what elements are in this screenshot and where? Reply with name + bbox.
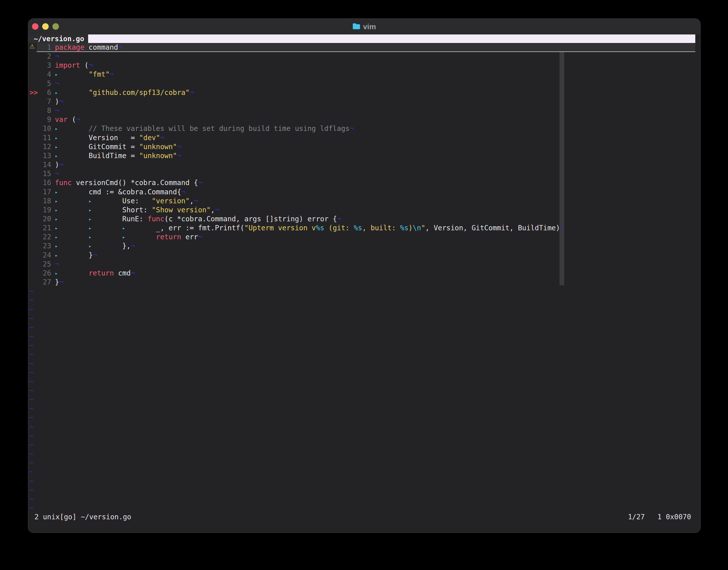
code-line[interactable]: 23▸▸},¬	[28, 242, 695, 251]
tilde-marker-icon: ~	[29, 395, 33, 404]
title-bar[interactable]: vim	[28, 19, 700, 34]
eol-marker-icon: ¬	[59, 161, 63, 169]
code-segment: (c *cobra.Command, args []string) error …	[164, 215, 337, 223]
code-line[interactable]: 4▸"fmt"¬	[28, 70, 695, 79]
code-line[interactable]: 26▸return cmd¬	[28, 269, 695, 278]
code-line[interactable]: 16func versionCmd() *cobra.Command {¬	[28, 178, 695, 187]
eol-marker-icon: ¬	[55, 260, 59, 268]
code-line[interactable]: 12▸GitCommit = "unknown"¬	[28, 142, 695, 152]
code-segment: "version"	[152, 197, 190, 205]
code-segment: "Upterm version v	[244, 224, 316, 232]
line-number: 21	[37, 224, 51, 233]
code-line[interactable]: 25¬	[28, 260, 695, 269]
code-segment: }	[55, 278, 59, 286]
code-segment: (git:	[324, 224, 354, 232]
line-number: 13	[37, 152, 51, 161]
tab-version-go[interactable]: ~/version.go	[28, 34, 88, 43]
tab-marker-icon: ▸	[55, 206, 89, 215]
code-line[interactable]: 9var (¬	[28, 115, 695, 124]
code-segment: command	[84, 43, 118, 51]
code-segment: "Show version"	[152, 206, 211, 214]
line-number: 20	[37, 215, 51, 224]
tilde-marker-icon: ~	[29, 368, 33, 377]
code-segment: cmd	[114, 269, 131, 277]
tab-marker-icon: ▸	[89, 206, 122, 215]
line-number: 11	[37, 133, 51, 142]
tilde-marker-icon: ~	[29, 296, 33, 305]
code-line[interactable]: 21▸▸▸_, err := fmt.Printf("Upterm versio…	[28, 224, 695, 233]
code-segment: func	[147, 215, 164, 223]
code-segment: ,	[211, 206, 215, 214]
eol-marker-icon: ¬	[59, 97, 63, 106]
code-line[interactable]: 24▸}¬	[28, 251, 695, 260]
code-line[interactable]: 7)¬	[28, 97, 695, 106]
tab-marker-icon: ▸	[89, 233, 122, 242]
cursorline-highlight	[37, 43, 695, 52]
eol-marker-icon: ¬	[76, 115, 80, 123]
code-line[interactable]: 11▸Version = "dev"¬	[28, 133, 695, 142]
tilde-marker-icon: ~	[29, 323, 33, 332]
tabline-right-cap	[695, 34, 700, 43]
eol-marker-icon: ¬	[110, 70, 114, 78]
code-line[interactable]: ⚠1package command¬	[28, 43, 695, 52]
code-text: }¬	[55, 278, 63, 287]
code-line[interactable]: 2¬	[28, 52, 695, 61]
tilde-marker-icon: ~	[29, 467, 33, 476]
code-line[interactable]: 19▸▸Short: "Show version",¬	[28, 206, 695, 215]
line-number: 23	[37, 242, 51, 251]
eol-marker-icon: ¬	[177, 142, 181, 151]
code-text: ▸}¬	[55, 251, 97, 260]
code-text: ▸▸▸return err¬	[55, 233, 202, 242]
code-text: package command¬	[55, 43, 122, 52]
eol-marker-icon: ¬	[59, 278, 63, 286]
code-line[interactable]: 8¬	[28, 106, 695, 115]
code-line[interactable]: 14)¬	[28, 161, 695, 169]
code-segment: "dev"	[139, 133, 160, 142]
eol-marker-icon: ¬	[560, 224, 564, 232]
code-line[interactable]: 22▸▸▸return err¬	[28, 233, 695, 242]
status-line: 2 unix[go] ~/version.go 1/27 1 0x0070	[28, 513, 695, 522]
code-segment: Use:	[122, 197, 152, 205]
tilde-marker-icon: ~	[29, 495, 33, 504]
code-segment: // These variables will be set during bu…	[89, 124, 349, 132]
code-text: ▸Version = "dev"¬	[55, 133, 164, 142]
tilde-marker-icon: ~	[29, 287, 33, 296]
code-line[interactable]: 20▸▸RunE: func(c *cobra.Command, args []…	[28, 215, 695, 224]
status-file-info: 2 unix[go] ~/version.go	[34, 513, 131, 522]
code-line[interactable]: >>6▸"github.com/spf13/cobra"¬	[28, 88, 695, 97]
code-text: ▸▸Use: "version",¬	[55, 197, 198, 206]
code-text: ¬	[55, 260, 59, 269]
code-line[interactable]: 15¬	[28, 169, 695, 178]
code-text: ¬	[55, 52, 59, 61]
eol-marker-icon: ¬	[55, 170, 59, 178]
warning-sign-icon: ⚠	[29, 43, 35, 50]
code-line[interactable]: 3import (¬	[28, 61, 695, 70]
tab-marker-icon: ▸	[55, 152, 89, 161]
code-segment: GitCommit =	[89, 142, 139, 151]
line-number: 16	[37, 178, 51, 187]
empty-line: ~	[28, 305, 695, 314]
line-number: 1	[37, 43, 51, 52]
code-line[interactable]: 17▸cmd := &cobra.Command{¬	[28, 188, 695, 197]
code-line[interactable]: 5¬	[28, 79, 695, 88]
code-text: )¬	[55, 161, 63, 169]
tab-marker-icon: ▸	[55, 188, 89, 197]
code-text: ▸"github.com/spf13/cobra"¬	[55, 88, 194, 97]
code-line[interactable]: 13▸BuildTime = "unknown"¬	[28, 152, 695, 161]
code-text: func versionCmd() *cobra.Command {¬	[55, 178, 202, 187]
tab-marker-icon: ▸	[55, 88, 89, 97]
line-number: 15	[37, 169, 51, 178]
code-line[interactable]: 10▸// These variables will be set during…	[28, 124, 695, 133]
code-line[interactable]: 18▸▸Use: "version",¬	[28, 197, 695, 206]
code-text: ▸return cmd¬	[55, 269, 135, 278]
empty-line: ~	[28, 467, 695, 476]
editor-area[interactable]: ⚠1package command¬2¬3import (¬4▸"fmt"¬5¬…	[28, 43, 700, 522]
tilde-marker-icon: ~	[29, 350, 33, 359]
empty-line: ~	[28, 486, 695, 495]
code-text: ▸"fmt"¬	[55, 70, 114, 79]
code-line[interactable]: 27}¬	[28, 278, 695, 287]
empty-line: ~	[28, 359, 695, 368]
tab-marker-icon: ▸	[55, 133, 89, 142]
code-segment: %s	[400, 224, 409, 232]
code-text: ▸▸Short: "Show version",¬	[55, 206, 219, 215]
